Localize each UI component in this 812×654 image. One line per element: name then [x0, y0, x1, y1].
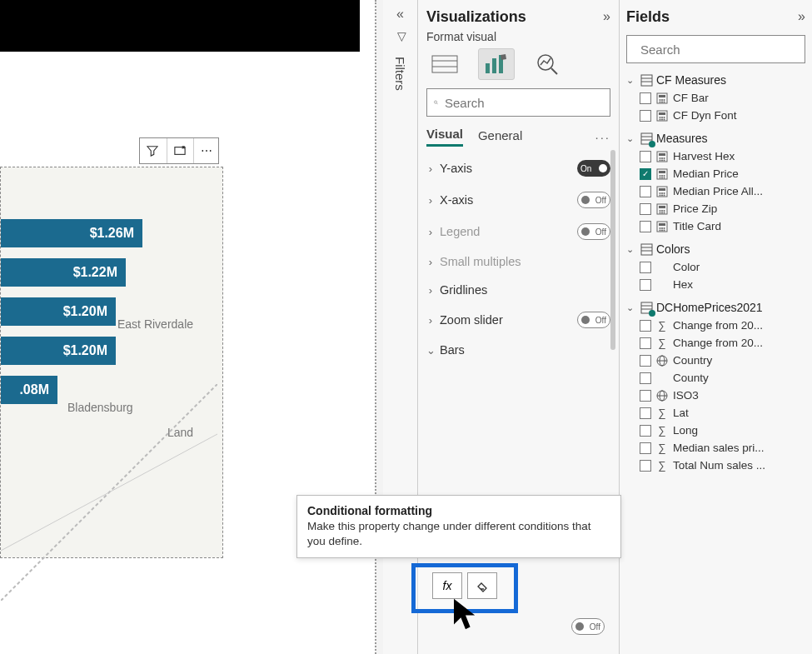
bar[interactable]: $1.26M: [1, 219, 142, 247]
checkbox[interactable]: [640, 355, 651, 367]
chevron-right-icon[interactable]: ›: [426, 314, 435, 327]
field-item[interactable]: ∑Lat: [640, 407, 805, 419]
section-gridlines[interactable]: ›Gridlines: [426, 283, 610, 297]
checkbox[interactable]: [640, 262, 651, 273]
filter-icon[interactable]: [140, 138, 165, 163]
field-group-measures[interactable]: ⌄Measures: [626, 130, 805, 147]
field-item[interactable]: CF Dyn Font: [640, 109, 805, 122]
checkbox[interactable]: ✓: [640, 168, 651, 180]
show-all-toggle[interactable]: Off: [571, 618, 605, 635]
field-item[interactable]: Title Card: [640, 220, 805, 232]
calc-icon: [656, 151, 668, 162]
checkbox[interactable]: [640, 425, 651, 437]
toggle-xaxis[interactable]: Off: [577, 192, 610, 208]
expand-filters-icon[interactable]: «: [396, 7, 404, 22]
collapse-fields-icon[interactable]: »: [798, 9, 805, 24]
checkbox[interactable]: [640, 203, 651, 215]
field-label: Color: [673, 261, 700, 273]
field-item[interactable]: Price Zip: [640, 202, 805, 215]
checkbox[interactable]: [640, 92, 651, 104]
checkbox[interactable]: [640, 442, 651, 454]
chevron-right-icon[interactable]: ›: [426, 256, 435, 268]
checkbox[interactable]: [640, 407, 651, 419]
chevron-right-icon[interactable]: ›: [426, 194, 435, 207]
checkbox[interactable]: [640, 372, 651, 384]
chevron-down-icon[interactable]: ⌄: [626, 75, 636, 86]
section-xaxis[interactable]: ›X-axisOff: [426, 192, 610, 208]
fields-search-input[interactable]: [626, 35, 805, 63]
toggle-yaxis[interactable]: On: [577, 160, 610, 177]
svg-point-30: [664, 117, 665, 118]
calc-icon: [656, 221, 668, 232]
checkbox[interactable]: [640, 279, 651, 291]
field-item[interactable]: ∑Change from 20...: [640, 337, 805, 349]
checkbox[interactable]: [640, 110, 651, 122]
checkbox[interactable]: [640, 390, 651, 402]
table-icon: [640, 301, 653, 314]
bar[interactable]: $1.20M: [1, 337, 116, 365]
svg-point-32: [661, 118, 663, 120]
section-zoom[interactable]: ›Zoom sliderOff: [426, 312, 610, 328]
selected-visual[interactable]: ⋯ East RiverdaleBladensburgLand $1.26M$1…: [0, 167, 223, 558]
field-item[interactable]: ✓Median Price: [640, 167, 805, 180]
svg-point-31: [660, 118, 661, 120]
checkbox[interactable]: [640, 151, 651, 162]
format-search-input[interactable]: [426, 88, 610, 117]
tab-general[interactable]: General: [478, 128, 522, 146]
chevron-right-icon[interactable]: ›: [426, 162, 435, 175]
clear-button[interactable]: [467, 572, 497, 599]
group-label: Measures: [656, 132, 707, 145]
field-item[interactable]: Harvest Hex: [640, 150, 805, 162]
more-options-icon[interactable]: ⋯: [193, 138, 218, 163]
toggle-zoom[interactable]: Off: [577, 312, 610, 328]
field-item[interactable]: ISO3: [640, 389, 805, 402]
collapse-visualizations-icon[interactable]: »: [603, 9, 610, 24]
field-item[interactable]: ∑Long: [640, 424, 805, 437]
section-yaxis[interactable]: ›Y-axisOn: [426, 160, 610, 177]
field-item[interactable]: ∑Total Num sales ...: [640, 459, 805, 472]
build-visual-icon[interactable]: [426, 48, 463, 80]
field-label: Title Card: [673, 220, 721, 232]
field-item[interactable]: Color: [640, 261, 805, 273]
field-group-dchomeprices2021[interactable]: ⌄DCHomePrices2021: [626, 299, 805, 316]
bar[interactable]: .08M: [1, 376, 57, 404]
field-item[interactable]: Median Price All...: [640, 185, 805, 197]
field-item[interactable]: CF Bar: [640, 92, 805, 104]
scrollbar-thumb[interactable]: [610, 150, 615, 350]
chevron-down-icon[interactable]: ⌄: [626, 244, 636, 255]
checkbox[interactable]: [640, 460, 651, 472]
fx-button[interactable]: fx: [432, 572, 462, 599]
field-group-cf-measures[interactable]: ⌄CF Measures: [626, 72, 805, 88]
field-item[interactable]: ∑Change from 20...: [640, 319, 805, 332]
funnel-icon: ◁: [394, 32, 407, 42]
format-visual-icon[interactable]: [478, 48, 515, 80]
svg-rect-38: [659, 153, 665, 156]
field-item[interactable]: County: [640, 372, 805, 384]
analytics-icon[interactable]: [530, 48, 566, 80]
bar[interactable]: $1.22M: [1, 258, 126, 287]
checkbox[interactable]: [640, 337, 651, 349]
tab-visual[interactable]: Visual: [426, 127, 463, 147]
bar[interactable]: $1.20M: [1, 297, 116, 326]
sigma-icon: ∑: [656, 425, 668, 437]
chevron-down-icon[interactable]: ⌄: [626, 133, 636, 144]
checkbox[interactable]: [640, 320, 651, 332]
section-bars[interactable]: ⌄Bars: [426, 343, 610, 357]
field-group-colors[interactable]: ⌄Colors: [626, 241, 805, 257]
field-label: Hex: [673, 278, 693, 291]
checkbox[interactable]: [640, 221, 651, 232]
field-item[interactable]: Country: [640, 354, 805, 367]
cursor-icon: [451, 597, 480, 632]
focus-mode-icon[interactable]: [167, 138, 192, 163]
fields-search-field[interactable]: [640, 42, 799, 57]
tabs-more-icon[interactable]: ···: [595, 130, 610, 144]
chevron-down-icon[interactable]: ⌄: [426, 344, 435, 357]
chevron-right-icon[interactable]: ›: [426, 226, 435, 238]
format-search-field[interactable]: [445, 96, 603, 110]
conditional-formatting-tooltip: Conditional formatting Make this propert…: [296, 495, 621, 558]
checkbox[interactable]: [640, 186, 651, 197]
chevron-down-icon[interactable]: ⌄: [626, 302, 636, 313]
field-item[interactable]: ∑Median sales pri...: [640, 442, 805, 454]
chevron-right-icon[interactable]: ›: [426, 284, 435, 297]
field-item[interactable]: Hex: [640, 278, 805, 291]
